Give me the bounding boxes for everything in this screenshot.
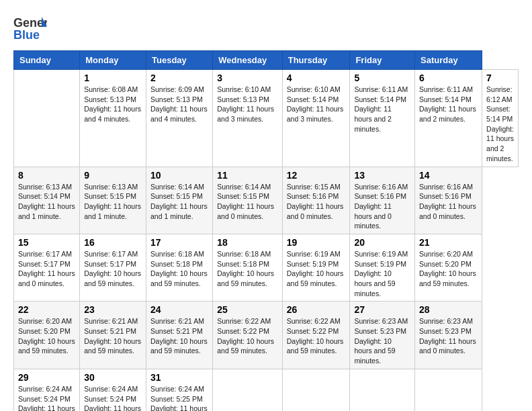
day-info: Sunrise: 6:17 AMSunset: 5:17 PMDaylight:…	[18, 249, 75, 289]
day-info: Sunrise: 6:08 AMSunset: 5:13 PMDaylight:…	[84, 85, 142, 124]
calendar-cell: 26Sunrise: 6:22 AMSunset: 5:22 PMDayligh…	[282, 302, 350, 369]
column-header-thursday: Thursday	[282, 51, 350, 70]
day-number: 3	[217, 73, 277, 83]
calendar-cell: 19Sunrise: 6:19 AMSunset: 5:19 PMDayligh…	[282, 234, 350, 301]
calendar-cell: 9Sunrise: 6:13 AMSunset: 5:15 PMDaylight…	[80, 167, 146, 234]
day-number: 9	[84, 170, 142, 181]
calendar-cell: 13Sunrise: 6:16 AMSunset: 5:16 PMDayligh…	[350, 167, 415, 234]
day-info: Sunrise: 6:22 AMSunset: 5:22 PMDaylight:…	[287, 316, 346, 356]
day-number: 16	[84, 237, 142, 248]
calendar-week-5: 29Sunrise: 6:24 AMSunset: 5:24 PMDayligh…	[14, 369, 519, 411]
day-number: 10	[150, 170, 208, 181]
day-info: Sunrise: 6:24 AMSunset: 5:24 PMDaylight:…	[84, 384, 142, 411]
column-header-wednesday: Wednesday	[213, 51, 282, 70]
day-info: Sunrise: 6:24 AMSunset: 5:25 PMDaylight:…	[150, 384, 208, 411]
calendar-cell: 1Sunrise: 6:08 AMSunset: 5:13 PMDaylight…	[80, 70, 146, 167]
calendar-cell	[282, 369, 350, 411]
day-number: 28	[419, 304, 478, 315]
calendar-cell: 28Sunrise: 6:23 AMSunset: 5:23 PMDayligh…	[415, 302, 482, 369]
day-info: Sunrise: 6:19 AMSunset: 5:19 PMDaylight:…	[354, 249, 410, 298]
column-header-sunday: Sunday	[14, 51, 80, 70]
page-header: General Blue	[13, 13, 519, 44]
day-number: 18	[217, 237, 277, 248]
day-info: Sunrise: 6:16 AMSunset: 5:16 PMDaylight:…	[354, 182, 410, 231]
day-info: Sunrise: 6:12 AMSunset: 5:14 PMDaylight:…	[486, 85, 514, 164]
day-info: Sunrise: 6:24 AMSunset: 5:24 PMDaylight:…	[18, 384, 75, 411]
day-number: 26	[287, 304, 346, 315]
day-number: 12	[287, 170, 346, 181]
calendar-cell: 8Sunrise: 6:13 AMSunset: 5:14 PMDaylight…	[14, 167, 80, 234]
day-info: Sunrise: 6:11 AMSunset: 5:14 PMDaylight:…	[354, 85, 410, 134]
calendar-cell: 3Sunrise: 6:10 AMSunset: 5:13 PMDaylight…	[213, 70, 282, 167]
column-header-tuesday: Tuesday	[146, 51, 213, 70]
calendar-cell: 30Sunrise: 6:24 AMSunset: 5:24 PMDayligh…	[80, 369, 146, 411]
calendar-cell: 5Sunrise: 6:11 AMSunset: 5:14 PMDaylight…	[350, 70, 415, 167]
calendar-cell: 10Sunrise: 6:14 AMSunset: 5:15 PMDayligh…	[146, 167, 213, 234]
day-number: 5	[354, 73, 410, 83]
column-header-monday: Monday	[80, 51, 146, 70]
calendar-cell: 7Sunrise: 6:12 AMSunset: 5:14 PMDaylight…	[482, 70, 519, 167]
day-info: Sunrise: 6:19 AMSunset: 5:19 PMDaylight:…	[287, 249, 346, 289]
day-number: 19	[287, 237, 346, 248]
calendar-cell: 11Sunrise: 6:14 AMSunset: 5:15 PMDayligh…	[213, 167, 282, 234]
logo: General Blue	[13, 13, 48, 44]
day-number: 22	[18, 304, 75, 315]
calendar-cell	[350, 369, 415, 411]
day-info: Sunrise: 6:23 AMSunset: 5:23 PMDaylight:…	[354, 316, 410, 365]
day-info: Sunrise: 6:14 AMSunset: 5:15 PMDaylight:…	[150, 182, 208, 222]
day-number: 7	[486, 73, 514, 83]
day-info: Sunrise: 6:18 AMSunset: 5:18 PMDaylight:…	[150, 249, 208, 289]
day-info: Sunrise: 6:13 AMSunset: 5:15 PMDaylight:…	[84, 182, 142, 222]
day-number: 21	[419, 237, 478, 248]
calendar-header-row: SundayMondayTuesdayWednesdayThursdayFrid…	[14, 51, 519, 70]
calendar-cell: 12Sunrise: 6:15 AMSunset: 5:16 PMDayligh…	[282, 167, 350, 234]
day-number: 29	[18, 372, 75, 383]
day-info: Sunrise: 6:10 AMSunset: 5:14 PMDaylight:…	[287, 85, 346, 124]
day-info: Sunrise: 6:21 AMSunset: 5:21 PMDaylight:…	[84, 316, 142, 356]
calendar-cell: 29Sunrise: 6:24 AMSunset: 5:24 PMDayligh…	[14, 369, 80, 411]
day-number: 4	[287, 73, 346, 83]
calendar-cell: 20Sunrise: 6:19 AMSunset: 5:19 PMDayligh…	[350, 234, 415, 301]
calendar-cell: 4Sunrise: 6:10 AMSunset: 5:14 PMDaylight…	[282, 70, 350, 167]
day-number: 17	[150, 237, 208, 248]
day-info: Sunrise: 6:10 AMSunset: 5:13 PMDaylight:…	[217, 85, 277, 124]
calendar-cell: 23Sunrise: 6:21 AMSunset: 5:21 PMDayligh…	[80, 302, 146, 369]
calendar-table: SundayMondayTuesdayWednesdayThursdayFrid…	[13, 50, 519, 411]
calendar-week-3: 15Sunrise: 6:17 AMSunset: 5:17 PMDayligh…	[14, 234, 519, 301]
calendar-cell	[213, 369, 282, 411]
day-number: 27	[354, 304, 410, 315]
day-number: 20	[354, 237, 410, 248]
day-info: Sunrise: 6:21 AMSunset: 5:21 PMDaylight:…	[150, 316, 208, 356]
day-info: Sunrise: 6:13 AMSunset: 5:14 PMDaylight:…	[18, 182, 75, 222]
day-info: Sunrise: 6:20 AMSunset: 5:20 PMDaylight:…	[419, 249, 478, 289]
column-header-saturday: Saturday	[415, 51, 482, 70]
day-number: 8	[18, 170, 75, 181]
day-number: 2	[150, 73, 208, 83]
calendar-cell: 15Sunrise: 6:17 AMSunset: 5:17 PMDayligh…	[14, 234, 80, 301]
calendar-cell	[14, 70, 80, 167]
day-number: 14	[419, 170, 478, 181]
day-number: 30	[84, 372, 142, 383]
day-info: Sunrise: 6:14 AMSunset: 5:15 PMDaylight:…	[217, 182, 277, 222]
day-number: 13	[354, 170, 410, 181]
calendar-cell	[415, 369, 482, 411]
calendar-cell: 25Sunrise: 6:22 AMSunset: 5:22 PMDayligh…	[213, 302, 282, 369]
day-number: 6	[419, 73, 478, 83]
day-info: Sunrise: 6:11 AMSunset: 5:14 PMDaylight:…	[419, 85, 478, 124]
day-info: Sunrise: 6:09 AMSunset: 5:13 PMDaylight:…	[150, 85, 208, 124]
day-number: 23	[84, 304, 142, 315]
day-info: Sunrise: 6:23 AMSunset: 5:23 PMDaylight:…	[419, 316, 478, 356]
column-header-friday: Friday	[350, 51, 415, 70]
calendar-cell: 17Sunrise: 6:18 AMSunset: 5:18 PMDayligh…	[146, 234, 213, 301]
day-info: Sunrise: 6:17 AMSunset: 5:17 PMDaylight:…	[84, 249, 142, 289]
calendar-cell: 22Sunrise: 6:20 AMSunset: 5:20 PMDayligh…	[14, 302, 80, 369]
calendar-week-1: 1Sunrise: 6:08 AMSunset: 5:13 PMDaylight…	[14, 70, 519, 167]
day-info: Sunrise: 6:22 AMSunset: 5:22 PMDaylight:…	[217, 316, 277, 356]
calendar-cell: 31Sunrise: 6:24 AMSunset: 5:25 PMDayligh…	[146, 369, 213, 411]
day-info: Sunrise: 6:15 AMSunset: 5:16 PMDaylight:…	[287, 182, 346, 222]
calendar-cell: 21Sunrise: 6:20 AMSunset: 5:20 PMDayligh…	[415, 234, 482, 301]
calendar-week-4: 22Sunrise: 6:20 AMSunset: 5:20 PMDayligh…	[14, 302, 519, 369]
calendar-cell: 27Sunrise: 6:23 AMSunset: 5:23 PMDayligh…	[350, 302, 415, 369]
calendar-cell: 6Sunrise: 6:11 AMSunset: 5:14 PMDaylight…	[415, 70, 482, 167]
day-number: 11	[217, 170, 277, 181]
